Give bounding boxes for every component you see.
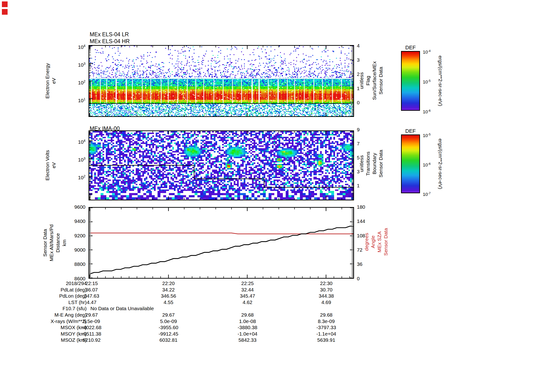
cell: -9511.38 [66,331,118,337]
cell: 8.3e-09 [300,319,352,324]
cell: -3797.33 [300,325,352,330]
y-tick-label: 1 [357,182,360,189]
cell: 6032.81 [142,337,195,343]
cell: 32.44 [221,287,274,293]
cell: -1.1e+04 [300,331,352,337]
cell: -9912.45 [142,331,195,337]
ima-spectrogram-panel [88,130,354,200]
cell: -4022.68 [66,325,118,330]
y-tick-label: 3 [357,57,360,63]
y-tick-label: 144 [357,218,365,225]
plot-page: MEx ELS-04 LR MEx ELS-04 HR Electron Ene… [0,0,555,392]
cell: 34.22 [142,287,195,293]
y-tick-label: 5 [357,154,360,161]
cell: 29.67 [142,312,195,318]
aux-right-axis-label: degreesAngle MEx SZASensor Data [363,228,389,256]
aux-plot [89,208,353,278]
y-tick-label: 2 [357,71,360,78]
ima-colorbar [401,135,420,193]
y-tick-label: 102 [60,78,85,85]
colorbar-tick-label: 10-6 [423,108,431,115]
cell: 5639.91 [300,337,352,343]
table-row: MSOZ (km) 6210.92 6032.81 5842.33 5639.9… [0,337,403,343]
colorbar-unit-label: ergs/(cm**2-sr-sec-eV) [437,56,444,106]
y-tick-label: 36 [357,261,362,268]
ima-y-axis-label: Electron VoltseV [44,150,57,180]
aux-y-axis-label: Sensor DataMEx Alt/Mars/Pd Distancekm [42,224,67,261]
ima-axis-ticks [89,131,353,200]
sza-line [90,233,353,234]
colorbar-tick-label: 10-7 [423,190,431,198]
cell: 345.47 [221,293,274,299]
y-tick-label: 1 [357,85,360,92]
cell: 29.68 [221,312,274,318]
cell: 29.68 [300,312,352,318]
colorbar-tick-label: 10-4 [423,48,431,55]
els-colorbar [401,51,420,111]
table-row: M-E Ang (deg) 29.67 29.67 29.68 29.68 [0,312,403,318]
y-tick-label: 9000 [60,247,85,253]
els-y-axis-label: Electron EnergyeV [44,63,57,98]
no-data-note: No Data or Data Unavailable [90,306,154,311]
x-tick-label: 22:30 [300,281,352,286]
y-tick-label: 104 [60,137,85,144]
cell: -1.0e+04 [221,331,274,337]
table-row: LST (hr) 4.47 4.55 4.62 4.69 [0,299,403,306]
y-tick-label: 9200 [60,232,85,239]
cell: 347.63 [66,293,118,299]
cell: 4.62 [221,299,274,305]
y-tick-label: 8800 [60,261,85,268]
colorbar-title: DEF [401,128,420,134]
cell: 4.47 [66,299,118,305]
colorbar-gradient [402,52,419,110]
y-tick-label: 180 [357,204,365,210]
table-row: X-rays (W/m**2) 5.5e-09 5.0e-09 1.0e-08 … [0,319,403,325]
colorbar-title: DEF [401,45,420,51]
y-tick-label: 0 [357,99,360,106]
colorbar-tick-label: 10-5 [423,78,431,85]
table-row: PdLat (deg) 36.07 34.22 32.44 30.70 [0,287,403,293]
y-tick-label: 3 [357,168,360,175]
cell: 4.69 [300,299,352,305]
els-title-hr: MEx ELS-04 HR [90,38,130,45]
els-title-lr: MEx ELS-04 LR [90,31,129,38]
cell: 344.38 [300,293,352,299]
x-tick-label: 22:15 [66,281,118,286]
row-label: F10.7 (sfu) [8,306,87,311]
aux-line-panel [88,207,354,279]
cell: 346.56 [142,293,195,299]
els-right-axis-label: unitlessFlag Sun/Surface/MExSensor Data [358,61,384,100]
cell: -3880.38 [221,325,274,330]
corner-marker-icon [2,1,7,7]
corner-marker-icon [2,9,7,15]
cell: -3955.60 [142,325,195,330]
cell: 29.67 [66,312,118,318]
els-axis-ticks [89,46,353,116]
altitude-line [90,225,353,274]
y-tick-label: 101 [60,96,85,102]
els-spectrogram-panel [88,45,354,117]
table-row: MSOY (km) -9511.38 -9912.45 -1.0e+04 -1.… [0,331,403,337]
table-row: MSOX (km) -4022.68 -3955.60 -3880.38 -37… [0,325,403,331]
y-tick-label: 9600 [60,204,85,210]
y-tick-label: 7 [357,140,360,147]
cell: 5.0e-09 [142,319,195,324]
cell: 36.07 [66,287,118,293]
y-tick-label: 103 [60,155,85,162]
ima-right-axis-label: unitlessTransitions BoundarySensor Data [358,150,384,178]
cell: 5.5e-09 [66,319,118,324]
cell: 6210.92 [66,337,118,343]
table-row-f107: F10.7 (sfu) No Data or Data Unavailable [0,306,403,312]
table-row: PdLon (deg) 347.63 346.56 345.47 344.38 [0,293,403,299]
colorbar-tick-label: 10-5 [423,131,431,139]
x-tick-label: 22:25 [221,281,274,286]
y-tick-label: 102 [60,173,85,179]
y-tick-label: 9400 [60,218,85,225]
table-row-time: 2018/294 22:15 22:20 22:25 22:30 [0,281,403,287]
colorbar-gradient [402,135,419,192]
y-tick-label: 72 [357,247,362,253]
cell: 1.0e-08 [221,319,274,324]
colorbar-unit-label: ergs/(cm**2-sr-sec-eV) [437,138,444,189]
cell: 30.70 [300,287,352,293]
x-tick-label: 22:20 [142,281,195,286]
